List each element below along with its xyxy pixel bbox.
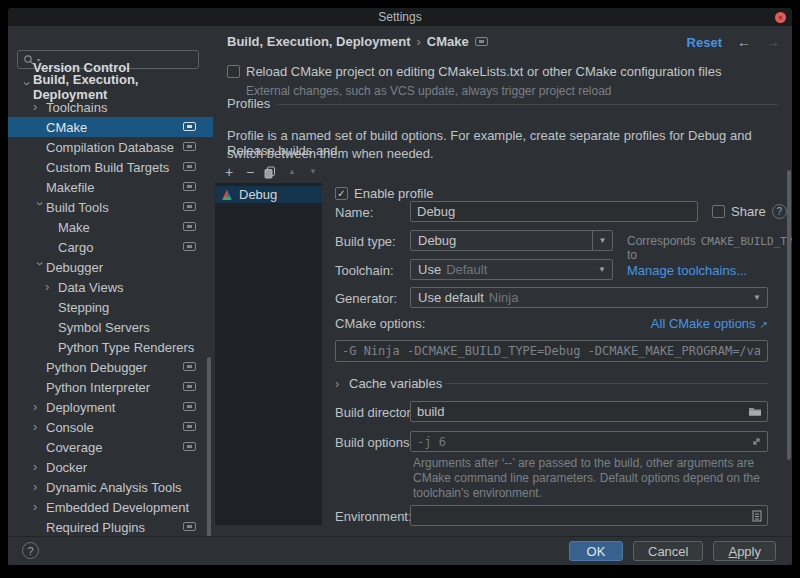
titlebar: Settings ✕: [8, 8, 792, 26]
reload-cmake-checkbox[interactable]: [227, 65, 240, 78]
enable-profile-checkbox[interactable]: ✓: [335, 187, 348, 200]
close-icon[interactable]: ✕: [775, 12, 786, 23]
chevron-right-icon: [33, 501, 46, 513]
generator-dropdown[interactable]: Use default Ninja ▼: [410, 287, 768, 308]
folder-icon[interactable]: [748, 406, 762, 417]
build-type-dropdown[interactable]: Debug ▼: [410, 230, 613, 251]
sidebar-item-compilation-database[interactable]: Compilation Database: [8, 137, 213, 157]
cache-variables-label: Cache variables: [349, 376, 442, 391]
environment-input[interactable]: [411, 508, 752, 523]
chevron-down-icon: [34, 202, 46, 215]
all-cmake-options-link[interactable]: All CMake options ↗: [651, 316, 768, 331]
monitor-icon: [183, 402, 196, 411]
sidebar-item-make[interactable]: Make: [8, 217, 213, 237]
sidebar-item-label: Debugger: [46, 260, 103, 275]
monitor-icon: [183, 162, 196, 171]
sidebar-item-label: Python Interpreter: [46, 380, 150, 395]
remove-profile-button[interactable]: −: [243, 164, 257, 180]
cache-variables-divider: [445, 383, 768, 384]
project-scope-icon: [475, 37, 488, 46]
generator-label: Generator:: [335, 291, 397, 306]
chevron-right-icon: [33, 481, 46, 493]
chevron-right-icon: [33, 421, 46, 433]
sidebar-item-label: Build Tools: [46, 200, 109, 215]
share-help-icon[interactable]: ?: [772, 204, 787, 219]
build-options-label: Build options:: [335, 435, 413, 450]
profile-name: Debug: [239, 187, 277, 202]
sidebar-item-toolchains[interactable]: Toolchains: [8, 97, 213, 117]
sidebar-item-makefile[interactable]: Makefile: [8, 177, 213, 197]
sidebar-item-python-interpreter[interactable]: Python Interpreter: [8, 377, 213, 397]
environment-list-icon[interactable]: [752, 510, 762, 522]
sidebar-item-console[interactable]: Console: [8, 417, 213, 437]
all-cmake-options-text: All CMake options: [651, 316, 756, 331]
footer: ? OK Cancel Apply: [8, 536, 792, 565]
sidebar-item-build-tools[interactable]: Build Tools: [8, 197, 213, 217]
sidebar-item-cmake[interactable]: CMake: [8, 117, 213, 137]
enable-profile-label: Enable profile: [354, 186, 434, 201]
sidebar-item-coverage[interactable]: Coverage: [8, 437, 213, 457]
apply-button[interactable]: Apply: [713, 541, 776, 561]
cache-variables-toggle[interactable]: Cache variables: [335, 376, 442, 391]
build-type-hint-text: Corresponds to: [627, 234, 696, 262]
screen: Settings ✕ ▾ Version ControlBuild, Execu…: [0, 0, 800, 578]
copy-profile-button[interactable]: [264, 166, 278, 179]
move-up-button: ▲: [285, 164, 299, 180]
share-label: Share: [731, 204, 766, 219]
sidebar-item-symbol-servers[interactable]: Symbol Servers: [8, 317, 213, 337]
footer-buttons: OK Cancel Apply: [569, 541, 776, 561]
back-arrow-icon[interactable]: ←: [737, 34, 751, 50]
sidebar-item-python-debugger[interactable]: Python Debugger: [8, 357, 213, 377]
sidebar-item-label: Embedded Development: [46, 500, 189, 515]
manage-toolchains-link[interactable]: Manage toolchains...: [627, 263, 747, 278]
monitor-icon: [183, 442, 196, 451]
sidebar-item-debugger[interactable]: Debugger: [8, 257, 213, 277]
content-scrollbar[interactable]: [787, 170, 791, 460]
sidebar-item-dynamic-analysis-tools[interactable]: Dynamic Analysis Tools: [8, 477, 213, 497]
profiles-section-divider: [277, 104, 778, 105]
monitor-icon: [183, 142, 196, 151]
sidebar-item-cargo[interactable]: Cargo: [8, 237, 213, 257]
profile-list-item-debug[interactable]: Debug: [215, 186, 322, 203]
help-button[interactable]: ?: [22, 542, 39, 559]
reset-button[interactable]: Reset: [687, 35, 722, 50]
share-checkbox[interactable]: [712, 205, 725, 218]
build-directory-input[interactable]: [411, 404, 748, 419]
expand-icon[interactable]: [751, 436, 762, 447]
build-options-hint-line1: Arguments after ‘--’ are passed to the b…: [413, 456, 754, 470]
cmake-options-input[interactable]: [336, 344, 767, 358]
cmake-logo-icon: [221, 189, 233, 201]
profiles-description-line2: switch between them when needed.: [227, 146, 434, 161]
monitor-icon: [183, 202, 196, 211]
monitor-icon: [183, 122, 196, 131]
sidebar-item-required-plugins[interactable]: Required Plugins: [8, 517, 213, 537]
build-type-label: Build type:: [335, 234, 396, 249]
sidebar-item-deployment[interactable]: Deployment: [8, 397, 213, 417]
chevron-down-icon: [21, 82, 33, 95]
sidebar-item-custom-build-targets[interactable]: Custom Build Targets: [8, 157, 213, 177]
build-options-input[interactable]: [411, 435, 751, 449]
chevron-right-icon: [45, 281, 58, 293]
add-profile-button[interactable]: +: [222, 164, 236, 180]
reload-cmake-label: Reload CMake project on editing CMakeLis…: [246, 64, 721, 79]
generator-value: Ninja: [489, 290, 519, 305]
ok-button[interactable]: OK: [569, 541, 623, 561]
sidebar-item-label: Make: [58, 220, 90, 235]
profiles-toolbar: + − ▲ ▼: [222, 164, 320, 180]
sidebar-scrollbar[interactable]: [207, 357, 211, 545]
name-input[interactable]: [411, 204, 697, 219]
sidebar-item-docker[interactable]: Docker: [8, 457, 213, 477]
sidebar-item-stepping[interactable]: Stepping: [8, 297, 213, 317]
cancel-button[interactable]: Cancel: [633, 541, 703, 561]
profiles-list[interactable]: Debug: [215, 183, 322, 525]
breadcrumb-section[interactable]: Build, Execution, Deployment: [227, 34, 410, 49]
sidebar-item-label: Compilation Database: [46, 140, 174, 155]
sidebar-item-build-execution-deployment[interactable]: Build, Execution, Deployment: [8, 77, 213, 97]
reload-cmake-row: Reload CMake project on editing CMakeLis…: [227, 64, 721, 79]
toolchain-dropdown[interactable]: Use Default ▼: [410, 259, 613, 280]
sidebar-item-python-type-renderers[interactable]: Python Type Renderers: [8, 337, 213, 357]
sidebar-item-label: Toolchains: [46, 100, 107, 115]
build-directory-field-wrap: [410, 401, 768, 422]
sidebar-item-data-views[interactable]: Data Views: [8, 277, 213, 297]
sidebar-item-embedded-development[interactable]: Embedded Development: [8, 497, 213, 517]
